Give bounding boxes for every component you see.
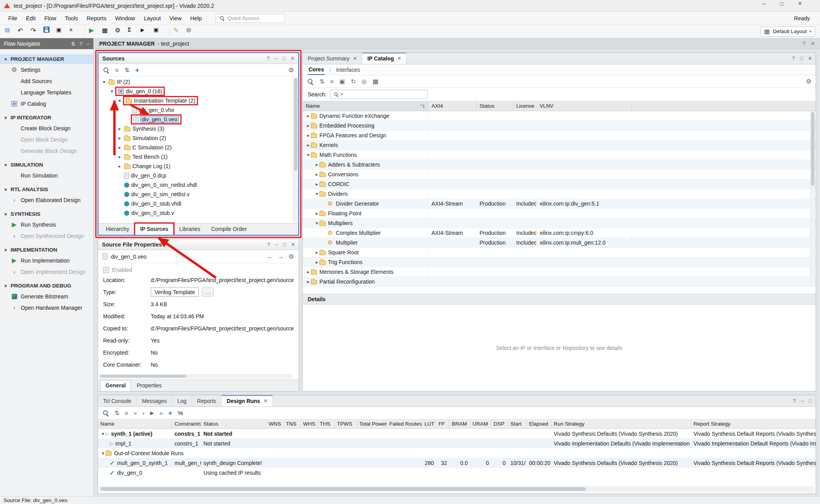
menu-file[interactable]: File (4, 13, 21, 23)
expander-icon[interactable] (306, 279, 311, 284)
column-ths[interactable]: THS (317, 419, 335, 428)
close-icon[interactable] (808, 55, 812, 62)
catalog-row[interactable]: Square Root (303, 248, 816, 257)
percent-icon[interactable] (178, 410, 183, 416)
panel-icon[interactable] (373, 78, 378, 85)
minimize-icon[interactable] (87, 41, 89, 46)
gear-icon[interactable] (289, 67, 294, 73)
expander-icon[interactable] (100, 451, 105, 456)
column-vlnv[interactable]: VLNV (537, 101, 632, 111)
catalog-row[interactable]: Trig Functions (303, 257, 816, 267)
tree-row-div-gen-0[interactable]: div_gen_0 (16) (98, 87, 298, 96)
expander-icon[interactable] (117, 154, 122, 159)
flow-item-open-synthesized-design[interactable]: Open Synthesized Design (0, 230, 93, 241)
flow-item-run-synthesis[interactable]: Run Synthesis (0, 219, 93, 230)
tree-row-sim-netlist-v[interactable]: div_gen_0_sim_netlist.v (98, 190, 298, 199)
catalog-row[interactable]: FPGA Features and Design (303, 131, 816, 140)
open-project-icon[interactable] (5, 27, 16, 37)
flow-section-simulation[interactable]: SIMULATION (0, 160, 93, 170)
catalog-row[interactable]: CORDIC (303, 179, 816, 189)
scrollbar-thumb[interactable] (294, 78, 298, 171)
back-icon[interactable] (267, 254, 273, 260)
redo-icon[interactable] (30, 27, 42, 37)
flow-item-generate-block-design[interactable]: Generate Block Design (0, 145, 93, 156)
column-name[interactable]: Name^1 (303, 101, 428, 111)
expander-icon[interactable] (109, 89, 114, 94)
run-row-mult-gen-0-synth-1[interactable]: mult_gen_0_synth_1 mult_gen_0 synth_desi… (98, 458, 816, 468)
run-icon[interactable] (89, 27, 101, 37)
expander-icon[interactable] (314, 172, 319, 177)
menu-window[interactable]: Window (111, 13, 140, 23)
close-icon[interactable] (811, 41, 815, 47)
minimize-button[interactable] (762, 0, 780, 11)
flow-item-create-block-design[interactable]: Create Block Design (0, 122, 93, 134)
expander-icon[interactable] (102, 80, 107, 84)
maximize-icon[interactable] (283, 56, 286, 61)
column-tns[interactable]: TNS (283, 419, 301, 428)
column-axi4[interactable]: AXI4 (428, 101, 476, 111)
help-icon[interactable] (793, 398, 796, 403)
tree-row-stub-vhdl[interactable]: div_gen_0_stub.vhdl (98, 199, 298, 208)
horizontal-scrollbar[interactable] (100, 486, 814, 492)
menu-tools[interactable]: Tools (61, 13, 82, 23)
search-icon[interactable] (307, 78, 314, 85)
flow-section-project-manager[interactable]: PROJECT MANAGER (0, 54, 93, 64)
subtab-cores[interactable]: Cores (308, 65, 325, 75)
expander-icon[interactable] (314, 162, 319, 167)
catalog-row[interactable]: Dividers (303, 189, 816, 199)
flow-item-open-hardware-manager[interactable]: Open Hardware Manager (0, 302, 93, 313)
settings-icon[interactable] (115, 27, 127, 37)
expander-icon[interactable] (314, 250, 319, 255)
flow-item-run-implementation[interactable]: Run Implementation (0, 255, 93, 266)
scrollbar-thumb[interactable] (100, 487, 586, 491)
flow-icon[interactable] (102, 27, 114, 37)
minimize-icon[interactable] (275, 242, 278, 247)
expander-icon[interactable] (306, 153, 311, 157)
refresh-icon[interactable] (351, 78, 356, 84)
close-icon[interactable] (291, 55, 294, 62)
expander-icon[interactable] (306, 133, 311, 138)
menu-layout[interactable]: Layout (139, 13, 165, 23)
flow-item-open-implemented-design[interactable]: Open Implemented Design (0, 266, 93, 277)
help-icon[interactable] (792, 56, 795, 61)
close-tab-icon[interactable] (353, 55, 357, 62)
catalog-row[interactable]: Partial Reconfiguration (303, 277, 816, 287)
catalog-row[interactable]: Adders & Subtracters (303, 160, 816, 170)
dock-icon[interactable] (71, 41, 75, 46)
step-back-icon[interactable] (143, 410, 145, 416)
expander-icon[interactable] (306, 143, 311, 147)
tree-row-stub-v[interactable]: div_gen_0_stub.v (98, 208, 298, 218)
flow-item-open-elaborated-design[interactable]: Open Elaborated Design (0, 194, 93, 206)
flow-section-rtl-analysis[interactable]: RTL ANALYSIS (0, 185, 93, 194)
run-row-impl-1[interactable]: impl_1 constrs_1 Not started Vivado Impl… (98, 438, 816, 448)
catalog-row[interactable]: Embedded Processing (303, 121, 816, 131)
tree-row-c-simulation[interactable]: C Simulation (2) (98, 143, 298, 152)
tree-row-instantiation-template[interactable]: Instantiation Template (2) (98, 96, 298, 105)
close-button[interactable] (798, 0, 816, 11)
minimize-icon[interactable] (275, 56, 278, 61)
column-lut[interactable]: LUT (422, 419, 436, 428)
tab-design-runs[interactable]: Design Runs (222, 395, 273, 406)
expander-icon[interactable] (314, 221, 319, 225)
tab-reports[interactable]: Reports (192, 395, 222, 406)
column-ff[interactable]: FF (436, 419, 449, 428)
add-run-icon[interactable] (168, 410, 173, 417)
tree-row-change-log[interactable]: Change Log (1) (98, 161, 298, 171)
menu-help[interactable]: Help (186, 13, 206, 23)
catalog-row-multiplier[interactable]: MultiplierProductionIncludedxilinx.com:i… (303, 238, 816, 248)
help-icon[interactable] (267, 56, 269, 61)
flow-section-ip-integrator[interactable]: IP INTEGRATOR (0, 113, 93, 122)
target-icon[interactable] (362, 78, 367, 84)
tab-messages[interactable]: Messages (137, 395, 172, 406)
debug-probe-icon[interactable] (186, 27, 198, 37)
tab-compile-order[interactable]: Compile Order (206, 224, 252, 235)
column-bram[interactable]: BRAM (449, 419, 470, 428)
column-uram[interactable]: URAM (470, 419, 491, 428)
gear-icon[interactable] (806, 78, 811, 85)
quick-access-search[interactable]: Quick Access (216, 14, 285, 23)
vertical-scrollbar[interactable] (810, 111, 815, 287)
step-first-icon[interactable] (134, 410, 137, 416)
column-elapsed[interactable]: Elapsed (527, 419, 551, 428)
column-license[interactable]: License (513, 101, 537, 111)
expander-icon[interactable] (306, 114, 311, 118)
